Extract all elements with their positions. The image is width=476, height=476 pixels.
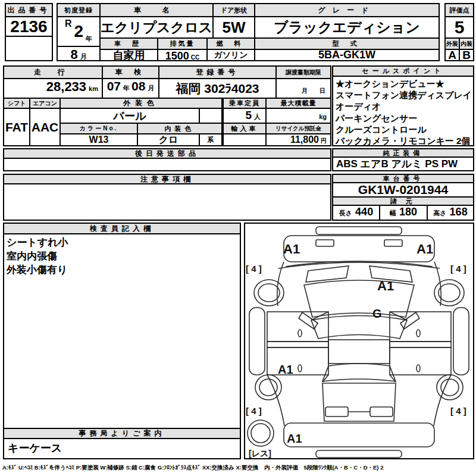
capacity-unit: 人 xyxy=(254,112,261,121)
sales-point-line: バックカメラ・リモコンキー 2個 xyxy=(336,135,471,146)
transfer-month-unit: 月 xyxy=(302,87,308,95)
exterior-grade-header: 外装 xyxy=(444,37,460,50)
displacement-number: 1500 xyxy=(165,50,189,61)
office-info-value: キーケース xyxy=(3,438,241,459)
max-load-unit: kg xyxy=(319,113,327,120)
auction-number-header: 出品番号 xyxy=(5,3,53,17)
displacement-unit: CC xyxy=(191,54,199,61)
score-value: 5 xyxy=(444,16,474,39)
first-registration-month-value: 8 月 xyxy=(57,46,101,61)
front-bumper-shape xyxy=(284,236,434,262)
left-rear-door-shape xyxy=(267,347,328,375)
inspector-notes-header: 検査員記入欄 xyxy=(3,223,241,234)
era-letter: R xyxy=(65,18,72,29)
tire-label-front-left: [ 4 ] xyxy=(246,264,262,274)
fuel-value: ガソリン xyxy=(206,49,255,61)
reg-year-unit: 年 xyxy=(86,35,92,43)
spec-length-label: 長さ xyxy=(339,209,352,218)
exterior-grade-value: A xyxy=(444,49,460,61)
exterior-color-value: パール xyxy=(60,108,200,124)
reg-month: 8 xyxy=(70,47,77,61)
import-car-header: 輸入車 xyxy=(223,123,267,134)
inspection-month-unit: 月 xyxy=(148,84,154,93)
oem-equipment-value: ABS エアB アルミ PS PW xyxy=(332,156,474,171)
reg-year: 2 xyxy=(74,22,83,41)
mileage-value: 28,233 km xyxy=(3,78,103,99)
aircon-value: AAC xyxy=(29,108,61,146)
model-code-value: 5BA-GK1W xyxy=(254,49,440,61)
interior-color-suffix: 系 xyxy=(199,133,223,146)
damage-code-legend: A:ｷｽﾞ U:ﾍｺﾐ B:ｷｽﾞを伴うﾍｺﾐ P:要塗装 W:補修跡 S:錆 … xyxy=(2,464,474,472)
transfer-deadline-value: 月 日 xyxy=(275,78,331,99)
later-shipped-parts-value xyxy=(3,158,331,171)
inspection-month: 08 xyxy=(131,79,145,93)
max-load-value: kg xyxy=(265,108,331,124)
grade-value: ブラックエディション xyxy=(254,16,440,39)
tire-label-front-right: [ 4 ] xyxy=(450,264,466,274)
import-car-value xyxy=(223,133,267,146)
rear-plate-shape xyxy=(316,450,402,458)
inspection-value: 07 年 08 月 xyxy=(102,78,159,99)
capacity-number: 5 xyxy=(245,109,252,122)
tire-label-rear-right: [ 4 ] xyxy=(450,406,466,416)
chassis-number-value: GK1W-0201944 xyxy=(332,182,474,198)
inspector-note-line: シートすれ小 xyxy=(7,236,237,249)
transfer-deadline-header: 譲渡書類期限 xyxy=(275,65,331,79)
auction-number-value: 2136 xyxy=(5,16,53,37)
damage-label-rear-bumper: A1 xyxy=(287,432,302,445)
fuel-header: 燃 料 xyxy=(206,37,255,50)
recycle-number: 11,800 xyxy=(290,134,319,145)
recycle-deposit-header: リサイクル預託金 xyxy=(265,123,331,134)
sales-points-box: ★オークションデビュー★ スマートフォン連携ディスプレイ オーディオ パーキング… xyxy=(332,76,474,146)
mileage-unit: km xyxy=(89,85,98,92)
plate-number-value: 福岡 302ﾗ4023 xyxy=(158,78,277,99)
interior-grade-header: 内装 xyxy=(459,37,474,50)
interior-color-header: 内装色 xyxy=(137,123,223,134)
sales-point-line: スマートフォン連携ディスプレイ xyxy=(336,89,471,101)
history-header: 車 歴 xyxy=(99,37,158,50)
inspector-note-line: 室内内張傷 xyxy=(7,249,237,263)
capacity-value: 5 人 xyxy=(223,108,267,124)
color-number-header: カラーNo. xyxy=(60,123,138,134)
windshield-shape xyxy=(311,316,407,339)
inspector-notes-box: シートすれ小 室内内張傷 外装小傷有り xyxy=(3,233,241,429)
door-shape-value: 5W xyxy=(212,16,255,39)
roof-shape xyxy=(328,340,390,364)
grade-header: グレード xyxy=(254,3,440,17)
inspection-header: 車 検 xyxy=(102,65,159,79)
mileage-header: 走 行 xyxy=(3,65,103,79)
sales-point-line: クルーズコントロール xyxy=(336,124,471,135)
spare-tire-label: [レス] xyxy=(249,449,271,458)
recycle-deposit-value: 11,800 円 xyxy=(265,133,331,146)
inspection-year-unit: 年 xyxy=(123,84,130,93)
transfer-day-unit: 日 xyxy=(320,87,325,95)
spec-width: 幅 180 xyxy=(379,205,428,221)
interior-color-value: クロ xyxy=(137,133,200,146)
displacement-value: 1500 CC xyxy=(157,49,208,61)
first-registration-year-value: R 2 年 xyxy=(57,16,101,47)
model-code-header: 型 式 xyxy=(254,37,440,50)
damage-label-front-right: A1 xyxy=(416,242,433,256)
spec-width-label: 幅 xyxy=(390,209,396,218)
reg-month-unit: 月 xyxy=(80,52,87,61)
spec-length: 長さ 440 xyxy=(332,205,380,221)
damage-label-left-door: A1 xyxy=(278,363,293,376)
color-number-value: W13 xyxy=(60,133,138,146)
recycle-unit: 円 xyxy=(321,137,327,145)
displacement-header: 排気量 xyxy=(157,37,208,50)
car-name-header: 車 名 xyxy=(99,3,214,17)
sales-point-line: パーキングセンサー xyxy=(336,112,471,124)
damage-label-windshield: G xyxy=(372,307,382,320)
car-top-view: A1 A1 A1 G [ 4 ] [ 4 ] A1 [ 4 ] [ 4 ] A1… xyxy=(245,224,473,458)
car-name-value: エクリプスクロス xyxy=(99,16,214,39)
auction-sheet: { "header": { "auction_no": {"label": "出… xyxy=(0,0,476,476)
rear-bumper-shape xyxy=(284,423,434,447)
spec-height-value: 168 xyxy=(450,206,468,218)
interior-grade-value: B xyxy=(459,49,474,61)
tire-label-rear-left: [ 4 ] xyxy=(246,406,262,416)
exterior-color-suffix-blank xyxy=(199,108,223,124)
car-damage-diagram: A1 A1 A1 G [ 4 ] [ 4 ] A1 [ 4 ] [ 4 ] A1… xyxy=(244,223,474,459)
mileage-number: 28,233 xyxy=(46,79,86,95)
sales-point-line: ★オークションデビュー★ xyxy=(336,78,471,89)
damage-label-front-left: A1 xyxy=(283,242,300,256)
